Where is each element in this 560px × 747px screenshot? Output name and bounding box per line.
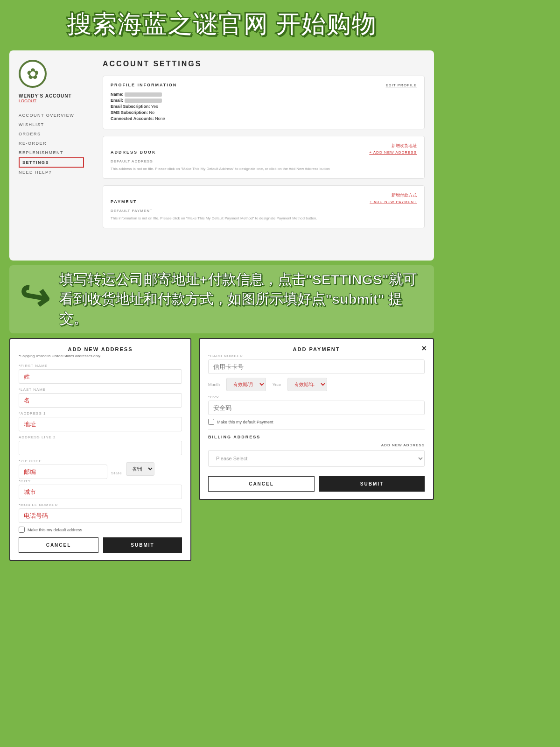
name-value-blur [125, 92, 162, 97]
instruction-body: ↪ 填写转运公司邮寄地址+付款信息，点击"SETTINGS"就可看到收货地址和付… [19, 270, 425, 329]
payment-title: PAYMENT [111, 199, 137, 204]
address2-field: ADDRESS LINE 2 [19, 435, 182, 455]
cvv-field: *CVV [208, 395, 425, 415]
billing-address-select[interactable]: Please Select [208, 450, 425, 467]
address2-input[interactable] [19, 441, 182, 455]
logout-link[interactable]: LOGOUT [19, 99, 84, 103]
page-title: 搜索海蓝之谜官网 开始购物 [9, 8, 434, 41]
default-payment-label: DEFAULT PAYMENT [111, 209, 417, 213]
address-modal-buttons: CANCEL SUBMIT [19, 537, 182, 553]
account-title: ACCOUNT SETTINGS [103, 60, 425, 68]
divider [208, 430, 425, 430]
state-container: 省/州 [126, 462, 182, 476]
account-panel: ✿ WENDY'S ACCOUNT LOGOUT ACCOUNT OVERVIE… [9, 50, 434, 261]
payment-cancel-button[interactable]: CANCEL [208, 476, 315, 492]
email-row: Email: [111, 98, 417, 103]
month-label: Month [208, 382, 220, 387]
user-name: WENDY'S ACCOUNT [19, 93, 84, 99]
add-new-address-link[interactable]: ADD NEW ADDRESS [208, 443, 425, 447]
address-section: 新增收货地址 ADDRESS BOOK + ADD NEW ADDRESS DE… [103, 136, 425, 179]
close-button[interactable]: × [421, 344, 427, 353]
email-sub-row: Email Subscription: Yes [111, 104, 417, 109]
first-name-field: *FIRST NAME [19, 364, 182, 384]
card-number-input[interactable] [208, 359, 425, 374]
payment-header: PAYMENT + ADD NEW PAYMENT [111, 199, 417, 204]
logo: ✿ [19, 60, 47, 88]
address1-field: *ADDRESS 1 [19, 411, 182, 431]
address1-input[interactable] [19, 417, 182, 431]
card-number-field: *CARD NUMBER [208, 354, 425, 374]
zip-state-row: *ZIP CODE State 省/州 [19, 459, 182, 479]
address-title: ADDRESS BOOK [111, 150, 156, 155]
state-select[interactable]: 省/州 [126, 462, 154, 476]
zip-container: *ZIP CODE [19, 459, 107, 479]
default-payment-checkbox-row: Make this my default Payment [208, 419, 425, 425]
sidebar-item-wishlist[interactable]: WISHLIST [19, 120, 84, 129]
payment-modal: × ADD PAYMENT *CARD NUMBER Month 有效期/月 Y… [199, 338, 434, 500]
sidebar-item-reorder[interactable]: RE-ORDER [19, 139, 84, 148]
payment-submit-button[interactable]: SUBMIT [319, 476, 425, 492]
address-modal: ADD NEW ADDRESS *Shipping limited to Uni… [9, 338, 191, 561]
payment-modal-buttons: CANCEL SUBMIT [208, 476, 425, 492]
new-payment-label: 新增付款方式 [111, 192, 417, 198]
sidebar-item-orders[interactable]: ORDERS [19, 129, 84, 139]
default-address-checkbox-row: Make this my default address [19, 527, 182, 533]
first-name-input[interactable] [19, 369, 182, 384]
default-address-label: DEFAULT ADDRESS [111, 159, 417, 163]
profile-title: PROFILE INFORMATION [111, 83, 177, 87]
account-content: ACCOUNT SETTINGS PROFILE INFORMATION EDI… [93, 60, 425, 251]
sidebar: ✿ WENDY'S ACCOUNT LOGOUT ACCOUNT OVERVIE… [19, 60, 93, 251]
cvv-input[interactable] [208, 401, 425, 415]
address-modal-title: ADD NEW ADDRESS [19, 346, 182, 352]
default-payment-checkbox-label: Make this my default Payment [217, 420, 273, 424]
year-label: Year [273, 382, 281, 387]
address-modal-subtitle: *Shipping limited to United States addre… [19, 354, 182, 358]
profile-section: PROFILE INFORMATION EDIT PROFILE Name: E… [103, 76, 425, 129]
last-name-input[interactable] [19, 393, 182, 408]
sidebar-item-settings[interactable]: SETTINGS [19, 157, 84, 168]
new-address-label: 新增收货地址 [111, 143, 417, 149]
default-address-checkbox-label: Make this my default address [28, 528, 82, 532]
edit-profile-link[interactable]: EDIT PROFILE [385, 83, 417, 87]
email-value-blur [125, 99, 162, 103]
arrow-icon: ↪ [15, 272, 53, 320]
add-address-link[interactable]: + ADD NEW ADDRESS [369, 150, 417, 155]
sidebar-item-account-overview[interactable]: ACCOUNT OVERVIEW [19, 111, 84, 120]
billing-title: BILLING ADDRESS [208, 435, 425, 439]
address-cancel-button[interactable]: CANCEL [19, 537, 98, 553]
sidebar-item-replenishment[interactable]: REPLENISHMENT [19, 148, 84, 157]
bottom-row: ADD NEW ADDRESS *Shipping limited to Uni… [9, 338, 434, 561]
main-content: ✿ WENDY'S ACCOUNT LOGOUT ACCOUNT OVERVIE… [0, 46, 443, 571]
mobile-field: *MOBILE NUMBER [19, 503, 182, 523]
address-submit-button[interactable]: SUBMIT [103, 537, 182, 553]
flower-icon: ✿ [27, 65, 39, 83]
city-field: *CITY [19, 479, 182, 499]
month-select[interactable]: 有效期/月 [226, 378, 266, 391]
default-payment-text: This information is not on file. Please … [111, 216, 417, 221]
default-payment-checkbox[interactable] [208, 419, 214, 425]
payment-section: 新增付款方式 PAYMENT + ADD NEW PAYMENT DEFAULT… [103, 185, 425, 228]
default-address-text: This address is not on file. Please clic… [111, 166, 417, 172]
last-name-field: *LAST NAME [19, 388, 182, 408]
address-header: ADDRESS BOOK + ADD NEW ADDRESS [111, 150, 417, 155]
add-payment-link[interactable]: + ADD NEW PAYMENT [370, 200, 417, 204]
sidebar-item-need-help[interactable]: NEED HELP? [19, 168, 84, 177]
instruction-section: ↪ 填写转运公司邮寄地址+付款信息，点击"SETTINGS"就可看到收货地址和付… [9, 265, 434, 333]
default-address-checkbox[interactable] [19, 527, 25, 533]
mobile-input[interactable] [19, 508, 182, 523]
profile-header: PROFILE INFORMATION EDIT PROFILE [111, 83, 417, 87]
city-input[interactable] [19, 485, 182, 499]
sms-sub-row: SMS Subscription: No [111, 110, 417, 115]
header-banner: 搜索海蓝之谜官网 开始购物 [0, 0, 443, 46]
year-select[interactable]: 有效期/年 [287, 378, 327, 391]
payment-modal-title: ADD PAYMENT [208, 346, 425, 352]
expiry-row: Month 有效期/月 Year 有效期/年 [208, 378, 425, 391]
state-label: State [111, 471, 122, 475]
instruction-text: 填写转运公司邮寄地址+付款信息，点击"SETTINGS"就可看到收货地址和付款方… [59, 270, 425, 329]
connected-row: Connected Accounts: None [111, 116, 417, 121]
name-row: Name: [111, 92, 417, 97]
zip-input[interactable] [19, 465, 107, 479]
